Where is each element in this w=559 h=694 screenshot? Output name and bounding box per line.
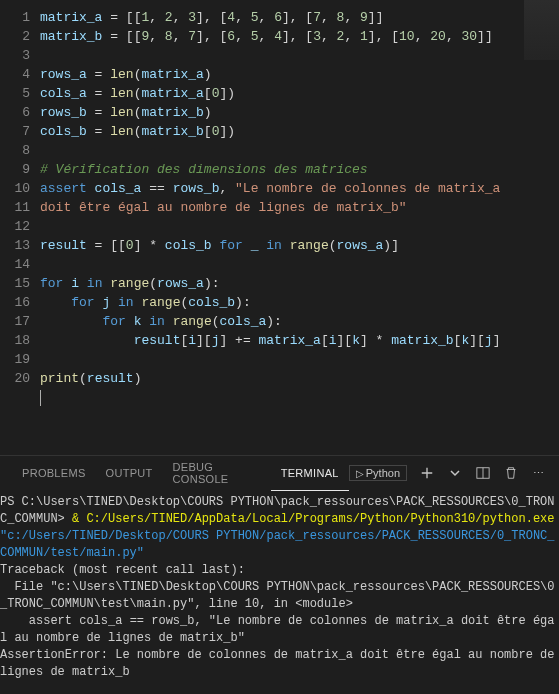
code-token: 30 [462,29,478,44]
code-token: = [87,86,110,101]
line-number: 18 [0,331,30,350]
code-token: , [321,29,337,44]
line-number: 7 [0,122,30,141]
tab-terminal[interactable]: TERMINAL [271,456,349,491]
line-number: 15 [0,274,30,293]
code-token: for [71,295,102,310]
code-line[interactable]: for j in range(cols_b): [40,293,559,312]
split-panel-icon [476,466,490,480]
launch-icon: ▷ [356,468,364,479]
code-line[interactable]: rows_a = len(matrix_a) [40,65,559,84]
code-token: range [290,238,329,253]
code-token: ( [329,238,337,253]
code-line[interactable]: print(result) [40,369,559,388]
code-token: len [110,86,133,101]
code-token: , [259,29,275,44]
more-actions-button[interactable]: ⋯ [531,465,547,481]
line-number: 2 [0,27,30,46]
line-number: 11 [0,198,30,217]
code-token: 4 [227,10,235,25]
code-line[interactable]: for i in range(rows_a): [40,274,559,293]
terminal-segment: File "c:\Users\TINED\Desktop\COURS PYTHO… [0,580,555,611]
code-token: _ [251,238,259,253]
code-line[interactable]: matrix_b = [[9, 8, 7], [6, 5, 4], [3, 2,… [40,27,559,46]
code-token: , [235,29,251,44]
tab-debug-console[interactable]: DEBUG CONSOLE [163,456,271,491]
code-line[interactable]: doit être égal au nombre de lignes de ma… [40,198,559,217]
code-token: for [40,276,71,291]
code-token: in [79,276,110,291]
code-token: = [[ [87,238,126,253]
minimap[interactable] [524,0,559,60]
line-number: 16 [0,293,30,312]
code-token [40,295,71,310]
code-token: 9 [360,10,368,25]
code-token: , [321,10,337,25]
code-token: 3 [188,10,196,25]
tab-output[interactable]: OUTPUT [96,456,163,491]
code-token: , [173,10,189,25]
code-token: ][ [469,333,485,348]
code-token [40,314,102,329]
code-line[interactable]: for k in range(cols_a): [40,312,559,331]
code-token: # Vérification des dimensions des matric… [40,162,368,177]
code-token: , [415,29,431,44]
code-token: cols_b [188,295,235,310]
code-line[interactable]: # Vérification des dimensions des matric… [40,160,559,179]
terminal-line: assert cols_a == rows_b, "Le nombre de c… [0,613,559,647]
code-token: range [141,295,180,310]
code-line[interactable]: rows_b = len(matrix_b) [40,103,559,122]
code-token: 1 [360,29,368,44]
code-content[interactable]: matrix_a = [[1, 2, 3], [4, 5, 6], [7, 8,… [40,0,559,455]
terminal-profile-selector[interactable]: ▷ Python [349,465,407,481]
code-token: matrix_b [391,333,453,348]
code-token: ]] [477,29,493,44]
code-token: "Le nombre de colonnes de matrix_a [235,181,508,196]
new-terminal-button[interactable] [419,465,435,481]
code-token: ( [212,314,220,329]
terminal-output[interactable]: PS C:\Users\TINED\Desktop\COURS PYTHON\p… [0,490,559,694]
code-token: result [134,333,181,348]
code-token: = [87,105,110,120]
code-token: 5 [251,10,259,25]
terminal-line: PS C:\Users\TINED\Desktop\COURS PYTHON\p… [0,494,559,562]
code-token: = [[ [102,29,141,44]
code-line[interactable]: matrix_a = [[1, 2, 3], [4, 5, 6], [7, 8,… [40,8,559,27]
code-token: ): [204,276,220,291]
code-line[interactable]: result[i][j] += matrix_a[i][k] * matrix_… [40,331,559,350]
split-terminal-button[interactable] [475,465,491,481]
tab-problems[interactable]: PROBLEMS [12,456,96,491]
code-token: ][ [196,333,212,348]
code-token: , [149,29,165,44]
terminal-dropdown-button[interactable] [447,465,463,481]
code-token: [ [321,333,329,348]
code-line[interactable]: cols_b = len(matrix_b[0]) [40,122,559,141]
line-number: 6 [0,103,30,122]
code-line[interactable]: cols_a = len(matrix_a[0]) [40,84,559,103]
line-number: 19 [0,350,30,369]
code-line[interactable] [40,350,559,369]
code-line[interactable]: result = [[0] * cols_b for _ in range(ro… [40,236,559,255]
kill-terminal-button[interactable] [503,465,519,481]
code-token: range [110,276,149,291]
code-editor[interactable]: 1234567891011121314151617181920 matrix_a… [0,0,559,455]
code-token: matrix_b [40,29,102,44]
code-line[interactable] [40,388,559,407]
line-number: 10 [0,179,30,198]
code-token: result [87,371,134,386]
code-line[interactable] [40,46,559,65]
code-token: ] * [360,333,391,348]
code-token: ) [204,67,212,82]
code-line[interactable] [40,141,559,160]
plus-icon [420,466,434,480]
code-token: )] [383,238,399,253]
code-line[interactable]: assert cols_a == rows_b, "Le nombre de c… [40,179,559,198]
line-number: 17 [0,312,30,331]
code-token: rows_a [40,67,87,82]
code-token: ] += [219,333,258,348]
code-line[interactable] [40,255,559,274]
code-token: rows_b [40,105,87,120]
code-line[interactable] [40,217,559,236]
code-token: ): [235,295,251,310]
code-token: ( [79,371,87,386]
